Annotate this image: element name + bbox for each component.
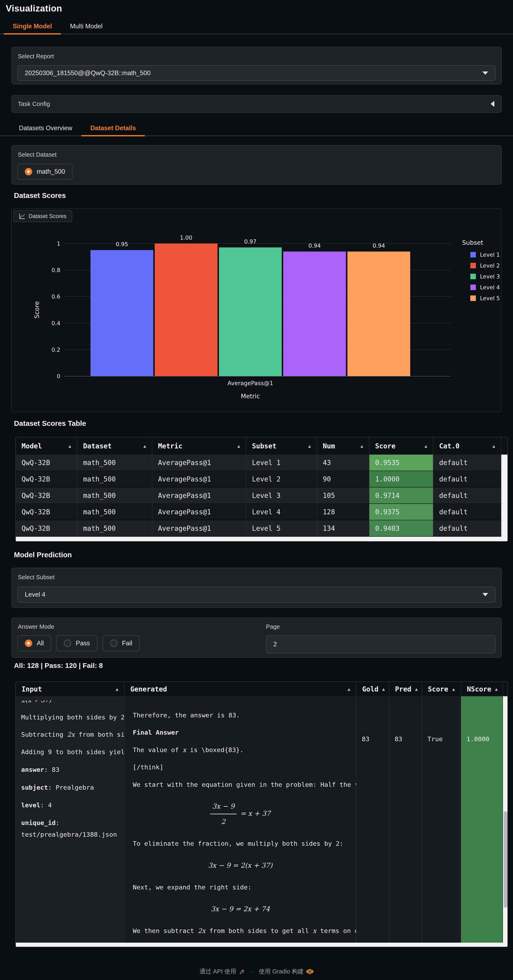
column-header-label: Model	[22, 442, 42, 450]
select-report-label: Select Report	[18, 53, 54, 60]
column-header-cat0[interactable]: Cat.0▲	[434, 438, 501, 455]
table-cell: QwQ-32B	[16, 504, 77, 520]
table-cell: QwQ-32B	[16, 455, 77, 471]
table-vertical-scrollbar[interactable]	[501, 455, 508, 471]
pred-cell: 83	[389, 696, 422, 943]
table-cell: default	[434, 520, 501, 537]
legend-item-level-2[interactable]: Level 2	[470, 262, 500, 269]
sort-arrow-icon[interactable]: ▲	[348, 687, 350, 692]
table-cell: math_500	[77, 487, 152, 504]
gradio-logo-icon	[306, 969, 314, 974]
radio-option-label: Pass	[76, 640, 90, 647]
chart-plot-area[interactable]: Score 00.20.40.60.810.951.000.970.940.94…	[64, 243, 451, 376]
sort-arrow-icon[interactable]: ▲	[68, 444, 71, 449]
column-header-label: Metric	[158, 442, 183, 450]
column-header-pred[interactable]: Pred▲	[389, 682, 422, 696]
table-cell: Level 4	[246, 504, 317, 520]
table-vertical-scrollbar[interactable]	[503, 696, 508, 943]
bar-level-1[interactable]	[91, 250, 153, 376]
table-cell: Level 3	[246, 487, 317, 504]
sort-arrow-icon[interactable]: ▲	[492, 444, 495, 449]
sort-arrow-icon[interactable]: ▲	[415, 687, 418, 692]
column-header-input[interactable]: Input▲	[16, 682, 125, 696]
sort-arrow-icon[interactable]: ▲	[495, 687, 498, 692]
column-header-score[interactable]: Score▲	[369, 438, 434, 455]
answer-mode-option-all[interactable]: All	[17, 635, 51, 651]
table-vertical-scrollbar[interactable]	[501, 438, 508, 455]
table-horizontal-scrollbar[interactable]	[16, 537, 507, 542]
table-vertical-scrollbar[interactable]	[501, 520, 508, 537]
score-cell: True	[422, 696, 461, 943]
table-vertical-scrollbar[interactable]	[501, 504, 508, 520]
bar-level-3[interactable]	[219, 247, 282, 376]
column-header-label: Score	[428, 685, 448, 693]
sort-arrow-icon[interactable]: ▲	[116, 687, 118, 692]
legend-item-label: Level 2	[480, 262, 500, 269]
tab-multi-model[interactable]: Multi Model	[61, 20, 112, 34]
tab-dataset-details[interactable]: Dataset Details	[81, 122, 145, 135]
sort-arrow-icon[interactable]: ▲	[382, 687, 385, 692]
input-cell: 2(x + 37)Multiplying both sides by 2 giv…	[16, 696, 125, 943]
column-header-model[interactable]: Model▲	[16, 438, 77, 455]
tab-single-model[interactable]: Single Model	[4, 20, 61, 34]
column-header-label: Input	[22, 685, 42, 693]
task-config-accordion[interactable]: Task Config	[11, 95, 502, 113]
column-header-score[interactable]: Score▲	[422, 682, 461, 696]
equation: 3x − 9 = 2x + 74	[133, 903, 348, 915]
legend-swatch-icon	[470, 263, 476, 268]
sort-arrow-icon[interactable]: ▲	[424, 444, 427, 449]
table-vertical-scrollbar[interactable]	[501, 487, 508, 504]
legend-item-level-1[interactable]: Level 1	[470, 251, 500, 258]
bar-level-4[interactable]	[283, 251, 346, 376]
table-cell: 105	[317, 487, 369, 504]
column-header-gold[interactable]: Gold▲	[356, 682, 389, 696]
column-header-nscore[interactable]: NScore▲	[461, 682, 503, 696]
table-cell: AveragePass@1	[152, 504, 246, 520]
report-dropdown[interactable]: 20250306_181550@@QwQ-32B::math_500	[17, 65, 496, 81]
table-row: QwQ-32Bmath_500AveragePass@1Level 2901.0…	[16, 471, 507, 487]
tab-datasets-overview[interactable]: Datasets Overview	[10, 122, 81, 135]
dataset-scores-heading: Dataset Scores	[14, 191, 66, 200]
legend-item-level-5[interactable]: Level 5	[470, 295, 500, 301]
column-header-generated[interactable]: Generated▲	[125, 682, 356, 696]
answer-mode-label: Answer Mode	[18, 624, 54, 630]
sort-arrow-icon[interactable]: ▲	[452, 687, 455, 692]
footer-built-with-link[interactable]: 使用 Gradio 构建	[259, 967, 304, 976]
dataset-radio-group: math_500	[17, 164, 72, 180]
dataset-option-math_500[interactable]: math_500	[17, 164, 72, 180]
equation: 3x − 9 = 2(x + 37)	[133, 859, 348, 872]
legend-item-level-3[interactable]: Level 3	[470, 273, 500, 280]
column-header-dataset[interactable]: Dataset▲	[77, 438, 152, 455]
table-horizontal-scrollbar[interactable]	[16, 943, 507, 947]
table-cell: Level 2	[246, 471, 317, 487]
answer-mode-option-fail[interactable]: Fail	[103, 635, 140, 651]
task-config-label: Task Config	[18, 100, 50, 107]
chart-legend: Subset Level 1Level 2Level 3Level 4Level…	[462, 239, 500, 301]
column-header-num[interactable]: Num▲	[317, 438, 369, 455]
sort-arrow-icon[interactable]: ▲	[308, 444, 311, 449]
sort-arrow-icon[interactable]: ▲	[237, 444, 240, 449]
generated-cell: Therefore, the answer is 83.Final Answer…	[125, 696, 356, 943]
bar-level-2[interactable]	[155, 243, 218, 376]
radio-unselected-icon	[64, 640, 71, 647]
subset-dropdown[interactable]: Level 4	[17, 587, 496, 603]
table-vertical-scrollbar[interactable]	[501, 471, 508, 487]
accordion-collapse-icon[interactable]	[491, 101, 494, 107]
legend-item-level-4[interactable]: Level 4	[470, 284, 500, 291]
chart-tab-button[interactable]: Dataset Scores	[13, 210, 72, 222]
bar-level-5[interactable]	[348, 251, 410, 376]
sort-arrow-icon[interactable]: ▲	[143, 444, 146, 449]
table-cell: math_500	[77, 520, 152, 537]
line-chart-icon	[19, 213, 25, 219]
table-cell: QwQ-32B	[16, 520, 77, 537]
nscore-cell: 1.0000	[461, 696, 503, 943]
column-header-metric[interactable]: Metric▲	[152, 438, 246, 455]
sort-arrow-icon[interactable]: ▲	[361, 444, 363, 449]
column-header-subset[interactable]: Subset▲	[246, 438, 317, 455]
page-input[interactable]: 2	[266, 635, 496, 653]
table-vertical-scrollbar[interactable]	[503, 682, 508, 696]
footer-use-api-link[interactable]: 通过 API 使用	[199, 967, 236, 976]
scrollbar-thumb[interactable]	[504, 811, 507, 908]
y-tick-label: 1	[57, 240, 60, 247]
answer-mode-option-pass[interactable]: Pass	[56, 635, 97, 651]
